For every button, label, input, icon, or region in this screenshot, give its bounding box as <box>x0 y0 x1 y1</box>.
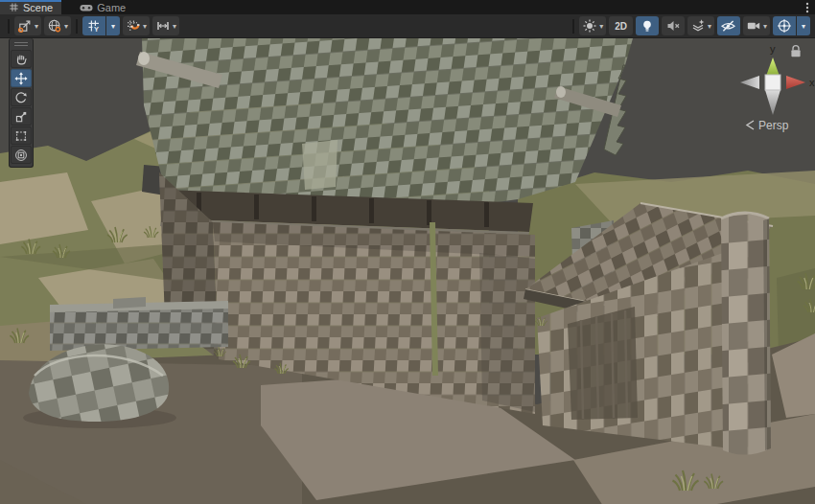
chevron-down-icon: ▾ <box>173 23 176 31</box>
camera-icon <box>746 18 761 34</box>
lock-icon <box>793 46 799 51</box>
gizmo-sphere-icon <box>777 18 792 34</box>
pivot-rect-icon <box>17 18 33 34</box>
rect-tool-icon <box>14 129 28 143</box>
chevron-down-icon: ▾ <box>111 23 115 31</box>
gizmo-x-axis-cone[interactable] <box>786 76 805 89</box>
effects-layers-icon <box>690 18 706 34</box>
tab-scene[interactable]: Scene <box>0 0 61 14</box>
svg-text:Y: Y <box>94 25 99 34</box>
globe-icon <box>47 18 62 34</box>
tab-scene-label: Scene <box>23 2 53 13</box>
tab-bar: Scene Game <box>0 0 815 14</box>
chevron-down-icon: ▾ <box>35 23 38 31</box>
sun-icon <box>582 18 597 34</box>
gizmo-x-label: x <box>809 77 815 88</box>
chevron-down-icon: ▾ <box>599 23 603 31</box>
chevron-down-icon: ▾ <box>802 23 805 31</box>
audio-muted-icon <box>665 18 681 34</box>
toolbar-separator <box>8 19 10 34</box>
hand-icon <box>14 53 28 66</box>
scene-audio-button[interactable] <box>662 16 685 35</box>
chevron-down-icon: ▾ <box>143 23 147 31</box>
tab-bar-spacer <box>134 0 800 14</box>
tool-palette <box>9 38 34 168</box>
orientation-gizmo: y x Persp <box>715 40 815 136</box>
move-arrows-icon <box>14 72 28 85</box>
gizmos-dropdown[interactable]: ▾ <box>797 16 810 35</box>
gizmo-lock[interactable] <box>791 46 800 57</box>
grid-visibility-button[interactable]: Y <box>82 16 105 35</box>
palette-drag-handle[interactable] <box>10 38 33 50</box>
move-tool-button[interactable] <box>11 69 32 87</box>
increment-snap-icon <box>155 18 171 34</box>
tab-game[interactable]: Game <box>71 0 134 14</box>
view-hand-tool-button[interactable] <box>11 50 32 68</box>
tab-game-label: Game <box>97 2 126 13</box>
persp-chevron-icon <box>747 121 754 129</box>
gizmo-y-label: y <box>770 43 776 55</box>
magnet-grid-icon <box>126 18 141 34</box>
camera-settings-button[interactable]: ▾ <box>743 16 770 35</box>
chevron-down-icon: ▾ <box>708 23 711 31</box>
gamepad-icon <box>80 3 93 12</box>
gizmo-left-axis-cone[interactable] <box>740 76 759 89</box>
persp-toggle[interactable]: Persp <box>747 119 789 132</box>
light-bulb-icon <box>640 18 655 34</box>
gizmo-center-cube[interactable] <box>765 75 780 90</box>
chevron-down-icon: ▾ <box>763 23 767 31</box>
grid-axis-icon: Y <box>86 18 102 34</box>
scene-visibility-button[interactable] <box>717 16 740 35</box>
scale-icon <box>14 110 28 124</box>
gizmo-down-axis-cone[interactable] <box>765 90 780 115</box>
draw-mode-button[interactable]: ▾ <box>579 16 606 35</box>
grid-snapping-button[interactable]: ▾ <box>123 16 150 35</box>
mode-2d-label: 2D <box>612 21 630 32</box>
window-menu-button[interactable] <box>800 0 815 14</box>
grid-visibility-dropdown[interactable]: ▾ <box>106 16 120 35</box>
chevron-down-icon: ▾ <box>64 23 68 31</box>
rotate-tool-button[interactable] <box>11 88 32 106</box>
toolbar-separator <box>572 19 574 34</box>
effects-button[interactable]: ▾ <box>687 16 714 35</box>
scene-render[interactable] <box>0 38 815 504</box>
checkered-column <box>721 213 771 455</box>
transform-icon <box>14 149 28 162</box>
rect-tool-button[interactable] <box>11 126 32 145</box>
scene-grid-icon <box>9 2 19 12</box>
tool-handle-position-button[interactable]: ▾ <box>14 16 41 35</box>
scene-viewport[interactable]: y x Persp <box>0 38 815 504</box>
transform-tool-button[interactable] <box>11 146 32 164</box>
unity-scene-window: Scene Game ▾ <box>0 0 815 504</box>
scene-toolbar: ▾ ▾ Y ▾ <box>0 14 815 38</box>
gizmos-button[interactable] <box>773 16 796 35</box>
scale-tool-button[interactable] <box>11 107 32 126</box>
scene-lighting-button[interactable] <box>636 16 659 35</box>
mode-2d-button[interactable]: 2D <box>609 16 633 35</box>
tool-handle-orientation-button[interactable]: ▾ <box>44 16 71 35</box>
increment-snap-button[interactable]: ▾ <box>152 16 179 35</box>
rotate-icon <box>14 91 28 104</box>
eye-hidden-icon <box>720 18 736 34</box>
persp-label: Persp <box>758 119 789 132</box>
toolbar-separator <box>76 19 78 34</box>
kebab-menu-icon <box>805 2 809 13</box>
low-checkered-wall[interactable] <box>50 297 228 351</box>
